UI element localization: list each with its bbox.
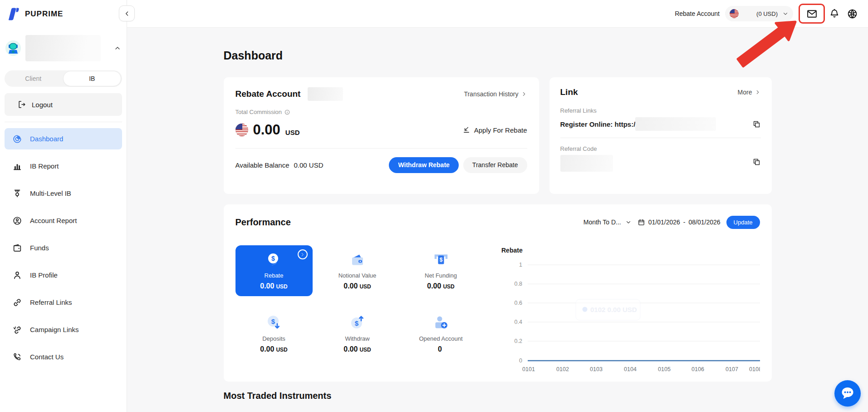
chevron-down-icon [782, 10, 789, 17]
tile-value: 0.00 [427, 282, 441, 290]
account-selector[interactable]: (0 USD) [725, 6, 793, 21]
x-tick: 0101 [522, 366, 535, 372]
withdraw-rebate-button[interactable]: Withdraw Rebate [389, 157, 458, 173]
date-from: 01/01/2026 [648, 218, 680, 226]
sidebar-item-dashboard[interactable]: Dashboard [5, 128, 122, 149]
total-commission-label: Total Commission [235, 109, 282, 115]
tile-label: Deposits [262, 335, 285, 342]
performance-card: Performance Month To D... 01/01/2026 - 0… [224, 204, 772, 382]
date-to: 08/01/2026 [689, 218, 721, 226]
toggle-client[interactable]: Client [5, 71, 62, 86]
sidebar-collapse-button[interactable] [119, 5, 135, 21]
sidebar-item-ib-report[interactable]: IB Report [5, 155, 122, 177]
copy-referral-code-button[interactable] [752, 158, 761, 166]
tile-deposits[interactable]: $ Deposits 0.00USD [235, 308, 313, 359]
tile-value: 0.00 [260, 282, 274, 290]
avatar [5, 40, 21, 56]
notifications-button[interactable] [829, 8, 840, 19]
copy-referral-link-button[interactable] [752, 120, 761, 129]
link-card: Link More Referral Links Register Online… [549, 77, 772, 194]
chevron-up-icon[interactable] [114, 45, 121, 52]
tile-notional-value[interactable]: Notional Value 0.00USD [319, 245, 396, 296]
tile-rebate[interactable]: $ Rebate 0.00USD [235, 245, 313, 296]
mail-button-highlighted[interactable] [799, 4, 825, 24]
x-tick: 0105 [658, 366, 671, 372]
sidebar-item-label: Contact Us [30, 353, 64, 361]
sidebar-item-multi-level-ib[interactable]: Multi-Level IB [5, 183, 122, 204]
copy-icon [752, 120, 761, 129]
account-balance: (0 USD) [756, 10, 778, 17]
y-tick: 0 [519, 357, 522, 364]
available-balance-label: Available Balance [235, 161, 289, 169]
chevron-right-icon [521, 91, 527, 97]
y-tick: 1 [519, 262, 522, 268]
total-commission-amount: 0.00 [253, 122, 280, 138]
withdraw-icon: $ [348, 314, 367, 332]
sidebar-item-label: IB Report [30, 162, 59, 170]
date-separator: - [683, 218, 686, 226]
x-tick: 0104 [624, 366, 637, 372]
svg-text:$: $ [439, 257, 442, 263]
rebate-account-card: Rebate Account Transaction History Total… [224, 77, 539, 194]
rebate-card-title: Rebate Account [235, 89, 301, 99]
bell-icon [829, 8, 840, 19]
sidebar-item-label: Campaign Links [30, 326, 79, 333]
chart-title: Rebate [501, 247, 523, 254]
svg-text:$: $ [271, 255, 275, 262]
person-circle-icon [12, 216, 22, 226]
referral-url-redacted [635, 117, 716, 131]
dashboard-icon [12, 134, 22, 144]
sidebar-divider [5, 122, 122, 122]
transfer-rebate-button[interactable]: Transfer Rebate [463, 157, 527, 173]
chevron-left-icon [123, 10, 131, 17]
profile-row[interactable] [5, 35, 121, 61]
sidebar-item-label: Account Report [30, 217, 77, 224]
language-button[interactable] [847, 8, 858, 20]
sidebar-item-label: Funds [30, 244, 49, 252]
sidebar-item-funds[interactable]: Funds [5, 237, 122, 258]
tile-value: 0.00 [343, 345, 358, 353]
chevron-right-circle-icon[interactable] [298, 249, 308, 259]
svg-text:$: $ [354, 319, 358, 327]
referral-code-redacted [560, 155, 613, 172]
calendar-icon [638, 218, 645, 226]
sidebar-item-referral-links[interactable]: Referral Links [5, 292, 122, 313]
tile-net-funding[interactable]: $ Net Funding 0.00USD [402, 245, 480, 296]
sidebar: PUPRIME Client IB Logout [0, 0, 127, 412]
update-button[interactable]: Update [726, 216, 760, 229]
transaction-history-link[interactable]: Transaction History [464, 90, 527, 98]
transaction-history-label: Transaction History [464, 90, 518, 98]
puprime-logo-icon [5, 6, 21, 22]
sidebar-nav: Dashboard IB Report Multi-Level IB Accou… [0, 128, 127, 367]
sidebar-item-ib-profile[interactable]: IB Profile [5, 264, 122, 286]
tile-value: 0 [438, 345, 442, 353]
sidebar-item-account-report[interactable]: Account Report [5, 210, 122, 231]
info-icon[interactable] [284, 109, 290, 115]
apply-for-rebate-link[interactable]: Apply For Rebate [462, 126, 527, 134]
sidebar-item-contact-us[interactable]: Contact Us [5, 346, 122, 367]
account-name-redacted [25, 35, 101, 61]
logout-label: Logout [32, 101, 53, 109]
most-traded-title: Most Traded Instruments [224, 391, 772, 401]
date-range-picker[interactable]: 01/01/2026 - 08/01/2026 [638, 218, 721, 226]
y-tick: 0.6 [514, 300, 522, 306]
tile-label: Notional Value [338, 272, 377, 279]
tile-unit: USD [359, 347, 371, 353]
logout-button[interactable]: Logout [5, 93, 122, 116]
tile-opened-account[interactable]: Opened Account 0 [402, 308, 480, 359]
medal-icon [12, 189, 22, 199]
tile-unit: USD [276, 283, 287, 290]
sidebar-item-campaign-links[interactable]: Campaign Links [5, 319, 122, 340]
main-content: Dashboard Rebate Account Transaction His… [127, 28, 868, 412]
live-chat-button[interactable] [834, 380, 861, 407]
tile-unit: USD [443, 283, 454, 290]
range-preset-dropdown[interactable]: Month To D... [584, 218, 632, 226]
x-tick: 0102 [556, 366, 569, 372]
apply-rebate-icon [462, 126, 471, 134]
more-link[interactable]: More [738, 89, 761, 96]
tile-withdraw[interactable]: $ Withdraw 0.00USD [319, 308, 396, 359]
toggle-ib[interactable]: IB [63, 71, 122, 86]
net-funding-icon: $ [432, 252, 450, 269]
referral-link-value: Register Online: https:/ [560, 120, 636, 128]
client-ib-toggle: Client IB [5, 70, 122, 87]
